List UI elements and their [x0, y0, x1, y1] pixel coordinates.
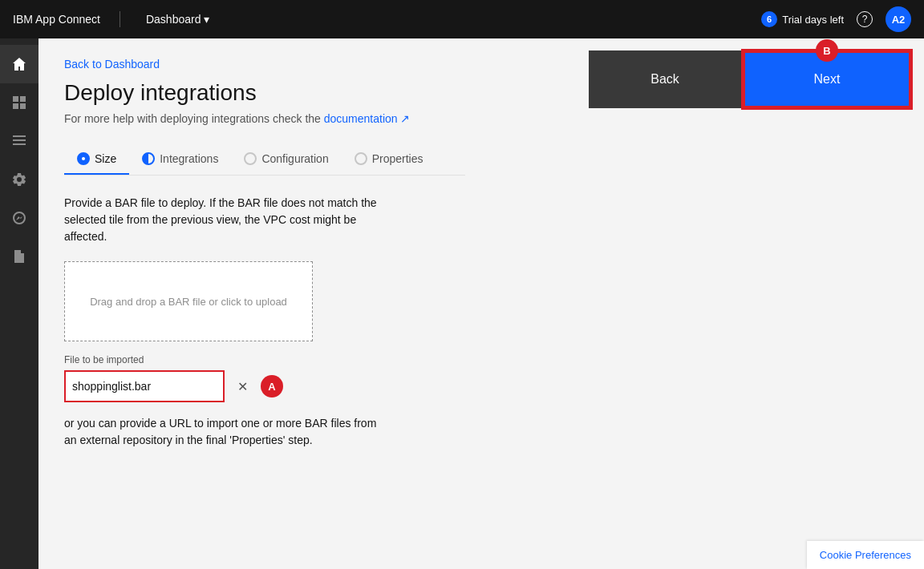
tab-configuration[interactable]: Configuration: [231, 144, 341, 175]
cookie-preferences-button[interactable]: Cookie Preferences: [807, 541, 924, 569]
svg-rect-0: [13, 96, 18, 102]
tab-properties-label: Properties: [372, 152, 424, 165]
file-input-row: ✕ A: [64, 370, 898, 402]
tab-configuration-label: Configuration: [261, 152, 328, 165]
trial-count: 6: [761, 11, 777, 27]
tab-integrations[interactable]: Integrations: [129, 144, 231, 175]
svg-rect-3: [20, 103, 26, 109]
tab-size-label: Size: [95, 152, 116, 165]
svg-rect-6: [13, 143, 26, 145]
url-description: or you can provide a URL to import one o…: [64, 415, 377, 449]
dashboard-label: Dashboard: [146, 13, 201, 26]
app-brand: IBM App Connect: [13, 13, 100, 26]
subtitle-text: For more help with deploying integration…: [64, 112, 324, 125]
sidebar-item-home[interactable]: [0, 45, 38, 83]
dashboard-nav[interactable]: Dashboard ▾: [140, 10, 217, 29]
tab-configuration-icon: [244, 152, 257, 165]
back-to-dashboard-link[interactable]: Back to Dashboard: [64, 58, 160, 71]
file-import-label: File to be imported: [64, 354, 898, 365]
badge-a: A: [261, 375, 283, 397]
drop-zone-label: Drag and drop a BAR file or click to upl…: [90, 296, 287, 308]
tab-integrations-icon: [142, 152, 155, 165]
tab-properties[interactable]: Properties: [342, 144, 436, 175]
sidebar-item-integrations[interactable]: [0, 83, 38, 122]
tab-size-icon: [77, 152, 90, 165]
trial-badge: 6 Trial days left: [761, 11, 844, 27]
trial-label: Trial days left: [782, 14, 844, 26]
back-button[interactable]: Back: [589, 50, 741, 108]
wizard-tabs: Size Integrations Configuration Properti…: [64, 144, 465, 176]
sidebar: [0, 38, 38, 569]
avatar[interactable]: A2: [886, 6, 911, 32]
svg-rect-1: [20, 96, 26, 102]
main-content: Back to Dashboard Deploy integrations Fo…: [38, 38, 924, 569]
action-buttons: Back B Next: [589, 50, 911, 108]
help-button[interactable]: ?: [857, 11, 873, 27]
sidebar-item-settings[interactable]: [0, 160, 38, 199]
sidebar-item-docs[interactable]: [0, 237, 38, 276]
file-input-box[interactable]: [64, 370, 225, 402]
tab-integrations-label: Integrations: [160, 152, 218, 165]
page-subtitle: For more help with deploying integration…: [64, 112, 898, 125]
sidebar-item-catalog[interactable]: [0, 122, 38, 160]
svg-rect-2: [13, 103, 18, 109]
svg-rect-4: [13, 135, 26, 137]
next-button-wrapper: B Next: [743, 50, 911, 108]
top-navigation: IBM App Connect Dashboard ▾ 6 Trial days…: [0, 0, 924, 38]
chevron-down-icon: ▾: [204, 13, 209, 26]
content-description: Provide a BAR file to deploy. If the BAR…: [64, 195, 401, 245]
nav-divider: [120, 11, 120, 27]
tab-properties-icon: [355, 152, 367, 165]
file-drop-zone[interactable]: Drag and drop a BAR file or click to upl…: [64, 261, 313, 341]
sidebar-item-monitor[interactable]: [0, 199, 38, 237]
tab-size[interactable]: Size: [64, 144, 129, 175]
file-clear-button[interactable]: ✕: [231, 379, 254, 394]
external-link-icon: ↗: [400, 112, 410, 125]
badge-b: B: [816, 39, 838, 62]
file-input[interactable]: [72, 380, 217, 393]
documentation-link[interactable]: documentation ↗: [324, 112, 411, 125]
svg-rect-5: [13, 139, 26, 141]
